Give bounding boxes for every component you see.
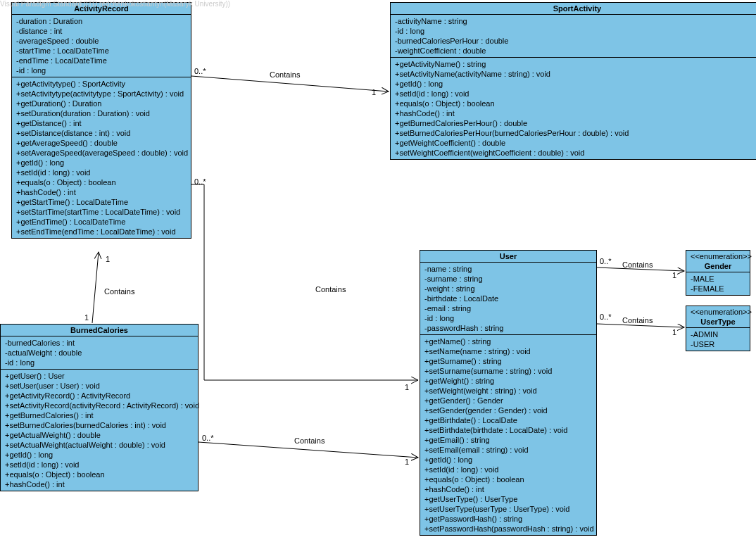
member-row: -passwordHash : string <box>424 323 592 333</box>
member-row: +getDistance() : int <box>16 118 187 128</box>
member-row: +setStartTime(startTime : LocalDateTime)… <box>16 207 187 217</box>
member-row: +getEmail() : string <box>424 435 592 445</box>
member-row: +getPasswordHash() : string <box>424 514 592 524</box>
member-row: +setGender(gender : Gender) : void <box>424 405 592 415</box>
svg-line-1 <box>92 252 99 323</box>
multiplicity: 1 <box>106 255 110 263</box>
multiplicity: 0..* <box>600 257 612 265</box>
member-row: -averageSpeed : double <box>16 36 187 46</box>
operations-section: +getActivityName() : string+setActivityN… <box>391 58 756 159</box>
member-row: +setUser(user : User) : void <box>5 381 194 391</box>
member-row: +setAverageSpeed(averageSpeed : double) … <box>16 148 187 158</box>
member-row: +setEmail(email : string) : void <box>424 445 592 455</box>
member-row: +getBirthdate() : LocalDate <box>424 415 592 425</box>
member-row: +setActualWeight(actualWeight : double) … <box>5 440 194 450</box>
member-row: +setActivitytype(activitytype : SportAct… <box>16 89 187 99</box>
operations-section: +getUser() : User+setUser(user : User) :… <box>1 370 198 491</box>
member-row: -endTime : LocalDateTime <box>16 56 187 65</box>
class-activity-record[interactable]: ActivityRecord -duration : Duration-dist… <box>11 2 191 239</box>
member-row: +setPasswordHash(passwordHash : string) … <box>424 524 592 534</box>
member-row: +getSurname() : string <box>424 356 592 366</box>
class-title: User <box>420 251 596 263</box>
operations-section: +getName() : string+setName(name : strin… <box>420 335 596 535</box>
member-row: -id : long <box>16 65 187 75</box>
member-row: +getUserType() : UserType <box>424 494 592 504</box>
multiplicity: 1 <box>672 271 676 279</box>
member-row: +getId() : long <box>424 455 592 465</box>
member-row: +getId() : long <box>395 79 756 89</box>
member-row: +setActivityName(activityName : string) … <box>395 69 756 79</box>
multiplicity: 1 <box>672 328 676 336</box>
member-row: +setBurnedCalories(burnedCalories : int)… <box>5 420 194 430</box>
member-row: +getActivityName() : string <box>395 59 756 69</box>
multiplicity: 1 <box>405 383 409 391</box>
assoc-label: Contains <box>270 70 300 79</box>
member-row: +setDistance(distance : int) : void <box>16 128 187 138</box>
class-usertype[interactable]: <<enumeration>> UserType -ADMIN-USER <box>686 306 750 351</box>
member-row: +equals(o : Object) : boolean <box>424 474 592 484</box>
member-row: -id : long <box>395 26 756 36</box>
member-row: -id : long <box>5 358 194 367</box>
class-sport-activity[interactable]: SportActivity -activityName : string-id … <box>390 2 756 160</box>
member-row: +getDuration() : Duration <box>16 99 187 108</box>
member-row: +setActivityRecord(activityRecord : Acti… <box>5 401 194 410</box>
member-row: -weightCoefficient : double <box>395 46 756 56</box>
member-row: +setWeightCoefficient(weightCoefficient … <box>395 148 756 158</box>
member-row: +setBirthdate(birthdate : LocalDate) : v… <box>424 425 592 435</box>
member-row: -activityName : string <box>395 16 756 26</box>
member-row: -weight : string <box>424 284 592 294</box>
member-row: +getId() : long <box>16 158 187 168</box>
member-row: +setEndTime(endTime : LocalDateTime) : v… <box>16 227 187 237</box>
watermark: Visual Paradigm Standard (ITD redchenkok… <box>0 0 230 8</box>
class-title: BurnedCalories <box>1 325 198 336</box>
member-row: -USER <box>691 339 745 349</box>
stereotype: <<enumeration>> <box>686 251 750 260</box>
member-row: +getWeight() : string <box>424 376 592 386</box>
member-row: -ADMIN <box>691 329 745 339</box>
member-row: -email : string <box>424 303 592 313</box>
member-row: +getEndTime() : LocalDateTime <box>16 217 187 227</box>
member-row: +hashCode() : int <box>5 479 194 489</box>
assoc-label: Contains <box>622 316 653 325</box>
attributes-section: -MALE-FEMALE <box>686 272 750 295</box>
member-row: +setId(id : long) : void <box>16 168 187 177</box>
assoc-label: Contains <box>315 285 346 294</box>
attributes-section: -duration : Duration-distance : int-aver… <box>12 15 191 77</box>
member-row: +getStartTime() : LocalDateTime <box>16 197 187 207</box>
member-row: +setId(id : long) : void <box>424 465 592 474</box>
multiplicity: 1 <box>84 313 89 322</box>
member-row: -burnedCaloriesPerHour : double <box>395 36 756 46</box>
attributes-section: -activityName : string-id : long-burnedC… <box>391 15 756 58</box>
class-title: Gender <box>686 260 750 272</box>
class-burned-calories[interactable]: BurnedCalories -burnedCalories : int-act… <box>0 324 199 491</box>
multiplicity: 0..* <box>600 313 612 321</box>
member-row: +getUser() : User <box>5 371 194 381</box>
member-row: +setId(id : long) : void <box>395 89 756 99</box>
member-row: +equals(o : Object) : boolean <box>16 177 187 187</box>
member-row: -burnedCalories : int <box>5 338 194 348</box>
member-row: +setDuration(duration : Duration) : void <box>16 108 187 118</box>
class-gender[interactable]: <<enumeration>> Gender -MALE-FEMALE <box>686 250 750 296</box>
assoc-label: Contains <box>294 436 325 445</box>
attributes-section: -burnedCalories : int-actualWeight : dou… <box>1 336 198 370</box>
stereotype: <<enumeration>> <box>686 306 750 316</box>
member-row: +getGender() : Gender <box>424 396 592 405</box>
multiplicity: 0..* <box>194 177 206 186</box>
member-row: -MALE <box>691 274 745 284</box>
class-user[interactable]: User -name : string-surname : string-wei… <box>420 250 597 536</box>
class-title: SportActivity <box>391 3 756 15</box>
member-row: +setWeight(weight : string) : void <box>424 386 592 396</box>
member-row: +setUserType(userType : UserType) : void <box>424 504 592 514</box>
member-row: +hashCode() : int <box>395 108 756 118</box>
member-row: +setId(id : long) : void <box>5 460 194 470</box>
member-row: +equals(o : Object) : boolean <box>5 470 194 479</box>
member-row: +hashCode() : int <box>16 187 187 197</box>
member-row: +setBurnedCaloriesPerHour(burnedCalories… <box>395 128 756 138</box>
multiplicity: 0..* <box>202 434 214 442</box>
member-row: +getActualWeight() : double <box>5 430 194 440</box>
member-row: +getName() : string <box>424 336 592 346</box>
multiplicity: 1 <box>372 88 376 96</box>
member-row: -actualWeight : double <box>5 348 194 358</box>
assoc-label: Contains <box>622 260 653 269</box>
member-row: -surname : string <box>424 274 592 284</box>
